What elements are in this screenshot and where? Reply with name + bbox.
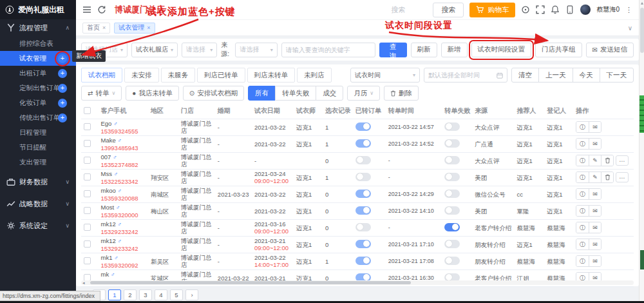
- info-button[interactable]: ⓘ: [576, 172, 589, 182]
- transferred-toggle[interactable]: [355, 240, 371, 248]
- close-icon[interactable]: ×: [147, 24, 150, 31]
- tab-home[interactable]: 首页 ×: [82, 23, 110, 34]
- status-tab[interactable]: 到店未转单: [247, 68, 296, 83]
- status-tab[interactable]: 未安排: [124, 68, 159, 83]
- info-button[interactable]: ⓘ: [576, 222, 589, 233]
- cart-button[interactable]: 购物车: [469, 3, 515, 17]
- transferred-toggle[interactable]: [355, 257, 371, 265]
- delete-button[interactable]: [601, 155, 613, 166]
- day-button[interactable]: 上一天: [538, 68, 573, 83]
- quick-add-button[interactable]: +: [58, 69, 67, 78]
- quick-add-button[interactable]: +: [58, 84, 67, 93]
- delete-button[interactable]: 删除: [384, 86, 419, 101]
- sms-button[interactable]: ✉: [589, 122, 601, 132]
- bell-icon[interactable]: [551, 5, 560, 14]
- header-search-input[interactable]: [391, 6, 427, 14]
- row-checkbox[interactable]: [84, 274, 91, 281]
- failed-toggle[interactable]: [444, 257, 460, 265]
- scroll-left-icon[interactable]: ◂: [82, 280, 85, 286]
- sidebar-group-settings[interactable]: 系统设定 ∨: [0, 216, 76, 235]
- month-calendar-button[interactable]: 月历∨: [347, 86, 380, 101]
- row-checkbox[interactable]: [84, 123, 91, 130]
- page-button[interactable]: 4: [155, 289, 167, 300]
- date-range-input[interactable]: 默认选择全部时间: [424, 68, 507, 83]
- status-tab[interactable]: 未到店: [297, 68, 332, 83]
- sidebar-item[interactable]: 定制出售订单+: [0, 81, 76, 95]
- transferred-toggle[interactable]: [355, 173, 371, 181]
- toolbar-button[interactable]: 刷新: [411, 43, 437, 57]
- close-icon[interactable]: ×: [102, 24, 106, 31]
- row-checkbox[interactable]: [84, 224, 91, 231]
- quick-add-button[interactable]: +: [58, 99, 67, 108]
- status-tab[interactable]: 未服务: [161, 68, 196, 83]
- target-icon[interactable]: [521, 5, 530, 14]
- row-checkbox[interactable]: [84, 190, 91, 197]
- page-button[interactable]: 1: [108, 289, 121, 300]
- transfer-order-button[interactable]: ⇄转单∨: [81, 86, 122, 101]
- failed-toggle[interactable]: [444, 240, 460, 248]
- row-checkbox[interactable]: [84, 207, 91, 214]
- business-type-select[interactable]: 试衣礼服店▾: [131, 43, 178, 57]
- info-button[interactable]: ⓘ: [576, 155, 589, 166]
- segment-button[interactable]: 所有: [248, 86, 276, 101]
- sms-button[interactable]: ✉: [589, 206, 601, 216]
- toolbar-button[interactable]: 试衣时间段设置: [471, 43, 532, 57]
- refresh-icon[interactable]: [97, 5, 106, 14]
- day-button[interactable]: 下一天: [600, 68, 634, 83]
- scrollbar-thumb[interactable]: [640, 8, 644, 53]
- row-checkbox[interactable]: [84, 157, 91, 164]
- transferred-toggle[interactable]: [355, 206, 371, 215]
- arrange-fitting-button[interactable]: ⊙安排试衣档期: [183, 86, 244, 101]
- sms-button[interactable]: ✉: [589, 139, 601, 149]
- quick-add-button[interactable]: +: [58, 54, 67, 63]
- quick-add-button[interactable]: +: [58, 113, 67, 122]
- edit-button[interactable]: ✎: [589, 155, 601, 166]
- sms-button[interactable]: ✉: [589, 222, 601, 233]
- sidebar-group-strategy[interactable]: 战略数据 ∨: [0, 194, 76, 213]
- sidebar-item[interactable]: 日程管理: [0, 125, 76, 140]
- sidebar-group-workflow[interactable]: 流程管理 ∧: [0, 19, 76, 36]
- sms-button[interactable]: ✉: [589, 256, 601, 266]
- info-button[interactable]: ⓘ: [576, 206, 589, 216]
- failed-toggle[interactable]: [444, 190, 460, 198]
- phone-icon[interactable]: [565, 5, 574, 14]
- transferred-toggle[interactable]: [355, 139, 371, 148]
- more-button[interactable]: ⋯: [616, 172, 629, 182]
- filter-select[interactable]: 请选择▾: [182, 43, 217, 57]
- more-menu-icon[interactable]: ⋮: [625, 6, 632, 14]
- page-button[interactable]: 3: [139, 289, 152, 300]
- select-all-checkbox[interactable]: [84, 107, 91, 114]
- failed-toggle[interactable]: [444, 223, 460, 231]
- username[interactable]: 蔡慧海0: [596, 5, 620, 14]
- transferred-toggle[interactable]: [355, 156, 371, 164]
- scroll-up-icon[interactable]: [641, 2, 643, 5]
- sidebar-item[interactable]: 节日提醒: [0, 140, 76, 155]
- vertical-scrollbar[interactable]: [639, 0, 644, 301]
- failed-toggle[interactable]: [444, 139, 460, 148]
- more-button[interactable]: ⋯: [616, 155, 629, 166]
- sms-button[interactable]: ✉: [589, 239, 601, 249]
- sidebar-item[interactable]: 传统出售订单+: [0, 110, 76, 125]
- status-tab[interactable]: 到店已转单: [197, 68, 245, 83]
- segment-button[interactable]: 成交: [316, 86, 343, 101]
- row-checkbox[interactable]: [84, 257, 91, 264]
- failed-toggle[interactable]: [444, 156, 460, 164]
- info-button[interactable]: ⓘ: [576, 139, 589, 149]
- info-button[interactable]: ⓘ: [576, 189, 589, 199]
- transferred-toggle[interactable]: [355, 190, 371, 198]
- panel-collapse-icon[interactable]: ∨: [628, 24, 632, 32]
- day-button[interactable]: 今天: [573, 68, 600, 83]
- segment-button[interactable]: 转单失败: [275, 86, 316, 101]
- source-select[interactable]: 请选择▾: [235, 43, 277, 57]
- page-button[interactable]: 2: [124, 289, 137, 300]
- sidebar-item[interactable]: 支出管理: [0, 155, 76, 170]
- tab-fitting-management[interactable]: 试衣管理 ×: [114, 23, 155, 34]
- row-checkbox[interactable]: [84, 140, 91, 147]
- horizontal-scrollbar[interactable]: ◂: [81, 280, 634, 285]
- hamburger-icon[interactable]: [82, 5, 91, 14]
- sms-button[interactable]: ✉: [589, 189, 601, 199]
- sidebar-item[interactable]: 试衣管理+: [0, 51, 76, 66]
- transferred-toggle[interactable]: [355, 122, 371, 131]
- day-button[interactable]: 清空: [511, 68, 539, 83]
- info-button[interactable]: ⓘ: [576, 122, 589, 132]
